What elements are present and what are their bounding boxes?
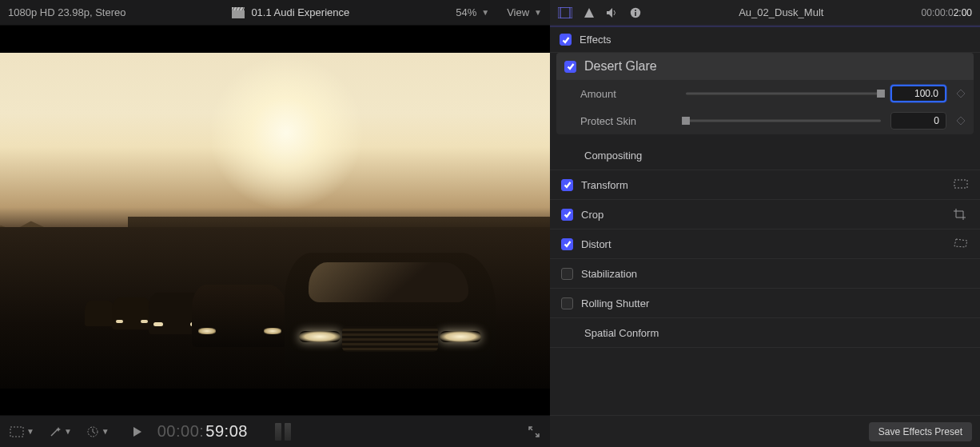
inspector-pane: Au_02_Dusk_Mult 00:00:02:00 Effects Dese… (550, 0, 980, 447)
param-amount-row: Amount (556, 80, 974, 107)
effect-enable-checkbox[interactable] (564, 61, 576, 73)
svg-marker-8 (133, 427, 141, 437)
save-effects-preset-button[interactable]: Save Effects Preset (869, 422, 972, 441)
param-protect-skin-row: Protect Skin (556, 107, 974, 134)
crop-section[interactable]: Crop (550, 200, 980, 229)
svg-marker-25 (954, 239, 967, 247)
transform-checkbox[interactable] (561, 179, 573, 191)
viewer-canvas[interactable] (0, 26, 550, 415)
chevron-down-icon: ▼ (102, 427, 110, 436)
retime-tool-menu[interactable]: ▼ (86, 425, 110, 438)
svg-rect-10 (560, 7, 570, 18)
clapperboard-icon (232, 7, 245, 18)
svg-rect-24 (954, 180, 967, 188)
keyframe-icon[interactable] (956, 89, 966, 98)
distort-icon[interactable] (953, 237, 969, 250)
compositing-section[interactable]: Compositing (550, 141, 980, 170)
fullscreen-button[interactable] (528, 425, 540, 438)
chevron-down-icon: ▼ (481, 8, 489, 17)
rolling-shutter-section[interactable]: Rolling Shutter (550, 289, 980, 318)
zoom-menu[interactable]: 54% ▼ (456, 6, 489, 18)
section-label: Distort (581, 238, 945, 250)
audio-inspector-tab[interactable] (606, 7, 619, 18)
protect-skin-value-field[interactable] (890, 112, 946, 130)
spatial-conform-section[interactable]: Spatial Conform (550, 318, 980, 348)
timecode-bright: 59:08 (205, 422, 248, 441)
chevron-down-icon: ▼ (534, 8, 542, 17)
inspector-footer: Save Effects Preset (550, 415, 980, 447)
viewer-timecode[interactable]: 00:00:59:08 (157, 422, 248, 441)
effects-section-header[interactable]: Effects (550, 27, 980, 53)
svg-marker-22 (957, 90, 965, 98)
section-label: Stabilization (581, 268, 945, 280)
chevron-down-icon: ▼ (26, 427, 34, 436)
effects-label: Effects (580, 34, 612, 46)
transform-tool-menu[interactable]: ▼ (10, 426, 34, 437)
transform-section[interactable]: Transform (550, 170, 980, 200)
inspector-timecode: 00:00:02:00 (922, 7, 972, 18)
video-inspector-tab[interactable] (558, 7, 572, 18)
param-label: Amount (580, 88, 676, 100)
inspector-tab-underline (550, 26, 980, 27)
svg-marker-18 (607, 8, 612, 18)
audio-meter (275, 423, 291, 441)
clip-title: 01.1 Audi Experience (251, 6, 349, 18)
viewer-footer: ▼ ▼ ▼ 00:00:59:08 (0, 415, 550, 447)
section-label: Compositing (581, 150, 945, 162)
section-label: Rolling Shutter (581, 297, 945, 309)
keyframe-icon[interactable] (956, 116, 966, 126)
video-format-label: 1080p HD 23.98p, Stereo (8, 6, 125, 18)
view-label: View (507, 6, 529, 18)
inspector-clip-name: Au_02_Dusk_Mult (652, 6, 910, 18)
svg-point-20 (635, 10, 636, 11)
svg-marker-17 (584, 8, 594, 18)
section-label: Spatial Conform (581, 327, 945, 339)
stabilization-section[interactable]: Stabilization (550, 259, 980, 289)
effect-desert-glare: Desert Glare Amount Protect Skin (556, 53, 974, 134)
amount-value-field[interactable] (890, 85, 946, 102)
chevron-down-icon: ▼ (64, 427, 72, 436)
svg-marker-23 (957, 117, 965, 125)
view-menu[interactable]: View ▼ (507, 6, 542, 18)
crop-checkbox[interactable] (561, 209, 573, 221)
param-label: Protect Skin (580, 115, 676, 127)
crop-icon[interactable] (953, 208, 969, 221)
inspector-topbar: Au_02_Dusk_Mult 00:00:02:00 (550, 0, 980, 26)
info-inspector-tab[interactable] (630, 7, 641, 18)
amount-slider[interactable] (686, 87, 881, 100)
effect-header[interactable]: Desert Glare (556, 53, 974, 80)
svg-rect-6 (10, 427, 23, 437)
effect-name: Desert Glare (584, 59, 657, 74)
effects-checkbox[interactable] (560, 34, 572, 46)
stabilization-checkbox[interactable] (561, 268, 573, 280)
distort-checkbox[interactable] (561, 238, 573, 250)
section-label: Crop (581, 209, 945, 221)
section-label: Transform (581, 179, 945, 191)
play-button[interactable] (132, 426, 143, 437)
generator-inspector-tab[interactable] (584, 7, 595, 18)
svg-rect-21 (635, 12, 636, 16)
viewer-topbar: 1080p HD 23.98p, Stereo 01.1 Audi Experi… (0, 0, 550, 26)
viewer-pane: 1080p HD 23.98p, Stereo 01.1 Audi Experi… (0, 0, 550, 447)
enhance-tool-menu[interactable]: ▼ (49, 425, 72, 438)
transform-icon[interactable] (953, 178, 969, 191)
svg-rect-0 (232, 10, 245, 18)
distort-section[interactable]: Distort (550, 229, 980, 259)
preview-image (0, 53, 550, 389)
timecode-dim: 00:00: (157, 422, 205, 441)
rolling-shutter-checkbox[interactable] (561, 297, 573, 309)
protect-skin-slider[interactable] (686, 114, 881, 127)
zoom-percent: 54% (456, 6, 476, 18)
